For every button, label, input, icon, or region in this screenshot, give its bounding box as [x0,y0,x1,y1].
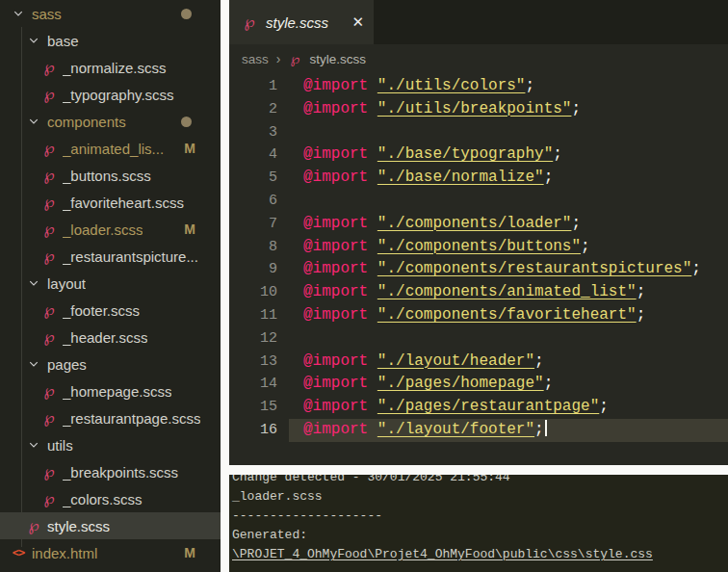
tree-item--restaurantspicture-[interactable]: ℘ <> _restaurantspicture... [0,243,221,270]
line-number: 15 [229,396,277,419]
line-number: 3 [229,121,277,144]
chevron-down-icon[interactable] [25,274,42,292]
line-number: 9 [229,258,277,281]
code-line[interactable]: 10 @import "./components/animated_list"; [229,281,728,304]
tree-item-label: utils [47,437,73,454]
tree-item-sass[interactable]: ℘ <> sass [0,0,221,27]
sass-file-icon: ℘ [242,13,257,31]
breadcrumb-file[interactable]: style.scss [309,52,366,66]
code-text: @import "./pages/homepage"; [303,373,553,396]
tree-item--breakpoints-scss[interactable]: ℘ <> _breakpoints.scss [0,458,221,485]
chevron-down-icon[interactable] [25,113,42,130]
code-text: @import "./layout/header"; [303,351,544,374]
chevron-down-icon[interactable] [25,436,42,454]
tree-item-label: _buttons.scss [63,168,151,184]
tree-item-utils[interactable]: ℘ <> utils [0,431,221,458]
sidebar-editor-divider[interactable] [221,0,229,572]
terminal-panel[interactable]: Change detected - 30/01/2025 21:55:44_lo… [229,475,728,572]
code-line[interactable]: 13 @import "./layout/header"; [229,351,728,374]
tree-item-label: _colors.scss [63,491,143,507]
modified-dot-badge [181,9,192,19]
tree-item-label: _restaurantpage.scss [63,410,200,427]
tree-item--typography-scss[interactable]: ℘ <> _typography.scss [0,81,221,108]
modified-badge: M [184,221,195,237]
tree-item-style-scss[interactable]: ℘ <> style.scss [0,512,221,539]
terminal-line[interactable]: \PROJET_4_OhMyFood\Projet4_OhMyFood\publ… [232,545,728,564]
tab-style-scss[interactable]: ℘ style.scss ✕ [229,0,374,44]
tree-item-label: _animated_lis... [63,141,164,157]
code-line[interactable]: 12 [229,327,728,351]
code-line[interactable]: 15 @import "./pages/restaurantpage"; [229,396,728,419]
terminal-line: Change detected - 30/01/2025 21:55:44 [232,475,728,487]
editor-terminal-divider[interactable] [229,465,728,475]
chevron-right-icon: › [276,51,281,66]
file-tree: ℘ <> sass ℘ <> base ℘ <> _normalize.scss [0,0,221,566]
tree-item-components[interactable]: ℘ <> components [0,108,221,135]
sass-file-icon: ℘ [40,167,58,184]
tree-item-label: base [47,33,79,49]
text-cursor [545,420,547,436]
tree-item-pages[interactable]: ℘ <> pages [0,351,221,377]
tree-item-index-html[interactable]: ℘ <> index.html M [0,539,221,566]
terminal-line: _loader.scss [232,487,728,507]
tree-item--homepage-scss[interactable]: ℘ <> _homepage.scss [0,377,221,404]
tree-item--buttons-scss[interactable]: ℘ <> _buttons.scss [0,162,221,189]
code-line[interactable]: 3 [229,121,728,144]
vscode-window: ℘ <> sass ℘ <> base ℘ <> _normalize.scss [0,0,728,572]
code-line[interactable]: 9 @import "./components/restaurantspictu… [229,258,728,281]
code-line[interactable]: 11 @import "./components/favoriteheart"; [229,304,728,327]
tab-label: style.scss [266,14,343,31]
terminal-line: Generated: [232,526,728,545]
file-explorer: ℘ <> sass ℘ <> base ℘ <> _normalize.scss [0,0,221,572]
line-number: 6 [229,190,277,213]
tree-item-label: _header.scss [63,329,147,346]
line-number: 12 [229,327,277,351]
breadcrumb-folder[interactable]: sass [242,52,269,66]
tree-item-base[interactable]: ℘ <> base [0,27,221,54]
tree-item--loader-scss[interactable]: ℘ <> _loader.scss M [0,216,221,243]
line-number: 14 [229,373,277,396]
sass-file-icon: ℘ [25,517,42,534]
tree-item-label: index.html [32,545,97,561]
tree-item--restaurantpage-scss[interactable]: ℘ <> _restaurantpage.scss [0,404,221,431]
tree-item--colors-scss[interactable]: ℘ <> _colors.scss [0,485,221,512]
code-line[interactable]: 2 @import "./utils/breakpoints"; [229,98,728,121]
breadcrumb: sass › ℘ style.scss [229,44,728,73]
tree-item--normalize-scss[interactable]: ℘ <> _normalize.scss [0,54,221,81]
chevron-down-icon[interactable] [10,5,27,22]
line-number: 8 [229,236,277,259]
code-line[interactable]: 14 @import "./pages/homepage"; [229,373,728,396]
code-line[interactable]: 5 @import "./base/normalize"; [229,167,728,190]
tree-item-label: layout [47,275,86,292]
line-number: 13 [229,351,277,374]
code-line[interactable]: 8 @import "./components/buttons"; [229,236,728,259]
code-text: @import "./layout/footer"; [303,419,547,442]
chevron-down-icon[interactable] [25,32,42,49]
tree-item-label: _homepage.scss [63,383,171,400]
tree-item-label: _footer.scss [63,302,140,319]
tree-item--animated-lis-[interactable]: ℘ <> _animated_lis... M [0,135,221,162]
code-line[interactable]: 4 @import "./base/typography"; [229,143,728,167]
editor-column: ℘ style.scss ✕ sass › ℘ style.scss 1 @im… [229,0,728,572]
sass-file-icon: ℘ [40,301,58,319]
code-editor[interactable]: 1 @import "./utils/colors"; 2 @import ".… [229,73,728,465]
sass-file-icon: ℘ [40,59,58,76]
code-text: @import "./utils/breakpoints"; [303,98,581,121]
chevron-down-icon[interactable] [25,355,42,373]
code-line[interactable]: 7 @import "./components/loader"; [229,213,728,236]
line-number: 1 [229,75,277,98]
code-text: @import "./components/animated_list"; [303,281,645,304]
code-text: @import "./pages/restaurantpage"; [303,396,609,419]
tree-item--header-scss[interactable]: ℘ <> _header.scss [0,324,221,351]
code-line[interactable]: 1 @import "./utils/colors"; [229,75,728,98]
tree-item-layout[interactable]: ℘ <> layout [0,270,221,297]
code-line[interactable]: 6 [229,190,728,213]
tree-item--favoriteheart-scss[interactable]: ℘ <> _favoriteheart.scss [0,189,221,216]
tree-item--footer-scss[interactable]: ℘ <> _footer.scss [0,297,221,324]
tree-item-label: _favoriteheart.scss [63,195,184,211]
code-text: @import "./utils/colors"; [303,75,534,98]
sass-file-icon: ℘ [40,463,58,481]
close-icon[interactable]: ✕ [351,13,364,31]
line-number: 7 [229,213,277,236]
code-line[interactable]: 16 @import "./layout/footer"; [229,419,728,442]
